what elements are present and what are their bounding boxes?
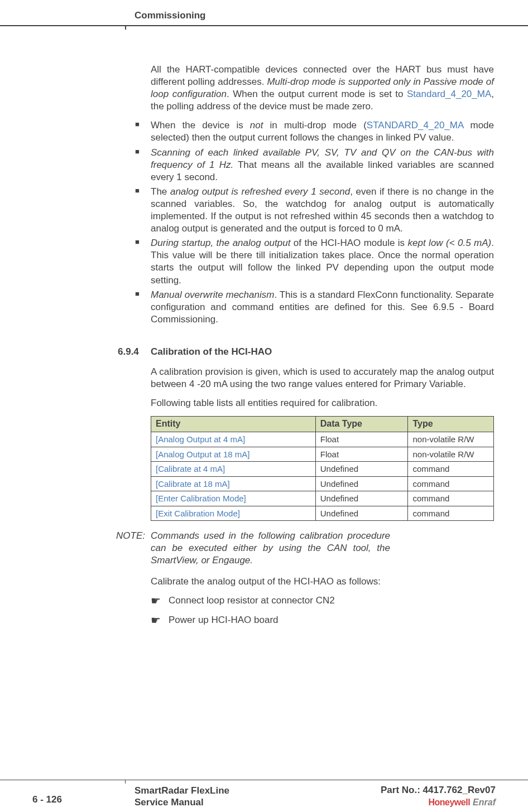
honeywell-logo: Honeywell <box>428 798 470 807</box>
b4-p0: Manual overwrite mechanism <box>151 289 274 300</box>
page-number: 6 - 126 <box>32 794 62 805</box>
header-rule <box>0 25 528 26</box>
b3-p1: of the HCI-HAO module is <box>290 238 407 248</box>
footer-content: 6 - 126 SmartRadar FlexLine Service Manu… <box>0 780 528 812</box>
footer-center: SmartRadar FlexLine Service Manual <box>135 785 229 809</box>
bullet-1: Scanning of each linked available PV, SV… <box>135 147 494 183</box>
enraf-logo: Enraf <box>473 798 496 807</box>
th-entity: Entity <box>151 417 316 432</box>
cell-datatype: Undefined <box>315 506 408 521</box>
cell-entity: [Enter Calibration Mode] <box>151 491 316 506</box>
footer-part-number: Part No.: 4417.762_Rev07 <box>381 785 496 796</box>
cell-datatype: Undefined <box>315 476 408 491</box>
table-row: [Calibrate at 4 mA] Undefined command <box>151 462 494 477</box>
cell-datatype: Undefined <box>315 491 408 506</box>
b0-p2: in multi-drop mode ( <box>263 120 366 130</box>
section-heading: 6.9.4 Calibration of the HCI-HAO <box>151 346 494 358</box>
feature-bullet-list: When the device is not in multi-drop mod… <box>135 119 494 326</box>
cell-datatype: Undefined <box>315 462 408 477</box>
th-datatype: Data Type <box>315 417 408 432</box>
section-title: Calibration of the HCI-HAO <box>151 346 272 358</box>
cell-entity: [Analog Output at 18 mA] <box>151 447 316 462</box>
bullet-4: Manual overwrite mechanism. This is a st… <box>135 289 494 326</box>
table-row: [Analog Output at 4 mA] Float non-volati… <box>151 432 494 447</box>
cell-type: command <box>408 476 494 491</box>
intro-text-2: . When the output current mode is set to <box>227 89 407 99</box>
cell-type: non-volatile R/W <box>408 447 494 462</box>
cell-entity: [Exit Calibration Mode] <box>151 506 316 521</box>
footer-product: SmartRadar FlexLine <box>135 785 229 796</box>
b3-p2: kept low (< 0.5 mA) <box>408 238 492 248</box>
table-row: [Analog Output at 18 mA] Float non-volat… <box>151 447 494 462</box>
b3-p0: During startup, the analog output <box>151 238 290 248</box>
bullet-0: When the device is not in multi-drop mod… <box>135 119 494 144</box>
cell-entity: [Calibrate at 4 mA] <box>151 462 316 477</box>
page-header-title: Commissioning <box>135 10 206 21</box>
cell-datatype: Float <box>315 447 408 462</box>
b2-p1: analog output is refreshed every 1 secon… <box>170 186 350 197</box>
table-row: [Exit Calibration Mode] Undefined comman… <box>151 506 494 521</box>
cell-type: command <box>408 491 494 506</box>
page-footer: 6 - 126 SmartRadar FlexLine Service Manu… <box>0 780 528 812</box>
table-row: [Enter Calibration Mode] Undefined comma… <box>151 491 494 506</box>
cell-type: non-volatile R/W <box>408 432 494 447</box>
cell-datatype: Float <box>315 432 408 447</box>
table-row: [Calibrate at 18 mA] Undefined command <box>151 476 494 491</box>
section-number: 6.9.4 <box>118 346 151 358</box>
table-header-row: Entity Data Type Type <box>151 417 494 432</box>
note-text: Commands used in the following calibrati… <box>151 530 390 567</box>
step-1: Power up HCI-HAO board <box>151 614 494 626</box>
cell-type: command <box>408 462 494 477</box>
header-tick <box>125 25 126 30</box>
b0-p1: not <box>250 120 263 130</box>
intro-link: Standard_4_20_MA <box>407 89 491 99</box>
b0-p0: When the device is <box>151 120 250 130</box>
b0-link: STANDARD_4_20_MA <box>367 120 464 130</box>
calibration-entities-table: Entity Data Type Type [Analog Output at … <box>151 416 494 521</box>
note-block: NOTE: Commands used in the following cal… <box>103 530 390 567</box>
bullet-2: The analog output is refreshed every 1 s… <box>135 186 494 235</box>
section-para-1: A calibration provision is given, which … <box>151 366 494 390</box>
note-label: NOTE: <box>103 530 151 567</box>
footer-logo: HoneywellEnraf <box>428 798 496 808</box>
cell-entity: [Analog Output at 4 mA] <box>151 432 316 447</box>
section-para-2: Following table lists all entities requi… <box>151 397 494 409</box>
bullet-3: During startup, the analog output of the… <box>135 237 494 286</box>
calibrate-intro: Calibrate the analog output of the HCI-H… <box>151 576 494 588</box>
cell-type: command <box>408 506 494 521</box>
step-0: Connect loop resistor at connector CN2 <box>151 594 494 607</box>
b2-p0: The <box>151 186 170 197</box>
intro-paragraph: All the HART-compatible devices connecte… <box>151 64 494 113</box>
cell-entity: [Calibrate at 18 mA] <box>151 476 316 491</box>
main-content: All the HART-compatible devices connecte… <box>151 64 494 633</box>
calibrate-steps: Connect loop resistor at connector CN2 P… <box>151 594 494 626</box>
footer-doc-type: Service Manual <box>135 797 204 808</box>
th-type: Type <box>408 417 494 432</box>
